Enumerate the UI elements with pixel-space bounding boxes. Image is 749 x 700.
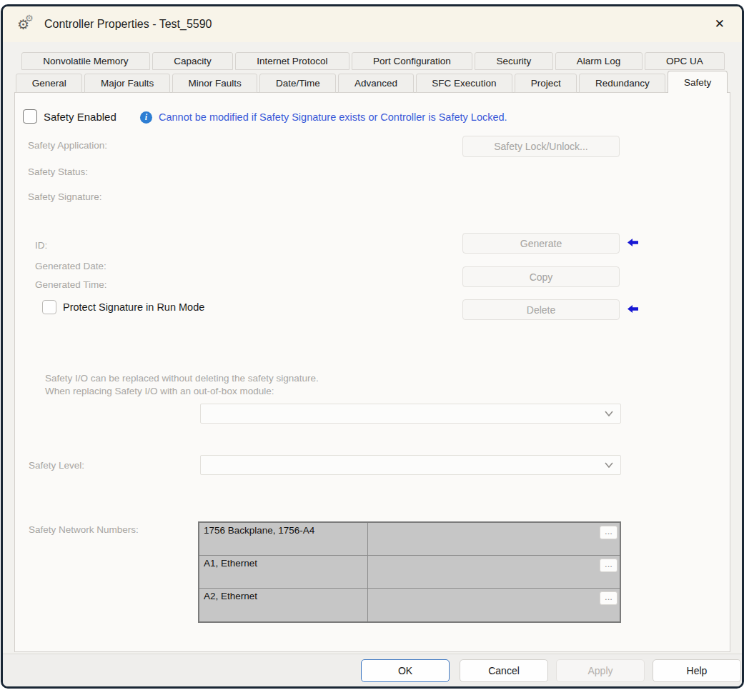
table-row: A2, Ethernet ... — [199, 589, 620, 621]
title-bar: ⚙ ⚙ Controller Properties - Test_5590 ✕ — [3, 6, 742, 42]
delete-button[interactable]: Delete — [462, 299, 620, 320]
safety-enabled-info-text: Cannot be modified if Safety Signature e… — [159, 111, 507, 123]
safety-status-label: Safety Status: — [28, 166, 88, 177]
generate-button[interactable]: Generate — [462, 233, 620, 254]
apply-button[interactable]: Apply — [556, 659, 645, 682]
safety-level-dropdown[interactable] — [200, 455, 621, 475]
generated-date-label: Generated Date: — [35, 261, 106, 271]
table-row: A1, Ethernet ... — [199, 556, 620, 589]
snn-browse-button[interactable]: ... — [600, 591, 617, 605]
controller-gears-icon: ⚙ ⚙ — [17, 15, 36, 34]
generate-arrow-icon — [628, 239, 639, 246]
io-replace-line1: Safety I/O can be replaced without delet… — [45, 373, 319, 384]
tab-redundancy[interactable]: Redundancy — [579, 74, 665, 93]
tab-advanced[interactable]: Advanced — [338, 74, 413, 93]
controller-properties-dialog: ⚙ ⚙ Controller Properties - Test_5590 ✕ … — [1, 4, 744, 689]
cancel-button[interactable]: Cancel — [460, 659, 548, 682]
tab-project[interactable]: Project — [515, 74, 577, 93]
snn-row-name: A2, Ethernet — [199, 589, 368, 621]
safety-level-label: Safety Level: — [29, 460, 84, 471]
help-button[interactable]: Help — [653, 659, 741, 682]
tab-nonvolatile-memory[interactable]: Nonvolatile Memory — [21, 52, 150, 70]
tab-row-2: General Major Faults Minor Faults Date/T… — [16, 71, 728, 93]
safety-network-numbers-label: Safety Network Numbers: — [29, 524, 139, 535]
signature-id-label: ID: — [35, 240, 47, 251]
chevron-down-icon — [605, 462, 613, 468]
window-title: Controller Properties - Test_5590 — [44, 18, 212, 31]
protect-signature-label: Protect Signature in Run Mode — [63, 301, 204, 313]
safety-network-numbers-table: 1756 Backplane, 1756-A4 ... A1, Ethernet… — [198, 521, 621, 623]
safety-lock-unlock-button[interactable]: Safety Lock/Unlock... — [462, 136, 620, 157]
safety-signature-label: Safety Signature: — [28, 191, 102, 202]
tab-row-1: Nonvolatile Memory Capacity Internet Pro… — [21, 52, 725, 70]
delete-arrow-icon — [628, 305, 639, 313]
snn-browse-button[interactable]: ... — [600, 526, 617, 539]
tab-alarm-log[interactable]: Alarm Log — [555, 52, 643, 70]
io-replace-dropdown[interactable] — [200, 404, 621, 424]
tab-security[interactable]: Security — [475, 52, 552, 70]
table-row: 1756 Backplane, 1756-A4 ... — [199, 523, 620, 556]
generated-time-label: Generated Time: — [35, 279, 107, 290]
copy-button[interactable]: Copy — [462, 266, 620, 287]
tab-opc-ua[interactable]: OPC UA — [645, 52, 725, 70]
safety-tab-panel: Safety Enabled i Cannot be modified if S… — [14, 92, 730, 652]
tab-minor-faults[interactable]: Minor Faults — [172, 74, 258, 93]
tab-port-configuration[interactable]: Port Configuration — [352, 52, 472, 70]
screen: ⚙ ⚙ Controller Properties - Test_5590 ✕ … — [0, 0, 749, 700]
safety-enabled-label: Safety Enabled — [44, 111, 116, 123]
tab-sfc-execution[interactable]: SFC Execution — [416, 74, 512, 93]
snn-row-name: A1, Ethernet — [199, 556, 368, 588]
io-replace-line2: When replacing Safety I/O with an out-of… — [45, 386, 274, 396]
safety-application-label: Safety Application: — [28, 140, 107, 151]
tab-capacity[interactable]: Capacity — [152, 52, 233, 70]
dialog-footer: OK Cancel Apply Help — [3, 654, 742, 686]
tab-internet-protocol[interactable]: Internet Protocol — [235, 52, 349, 70]
protect-signature-checkbox[interactable] — [42, 300, 56, 314]
safety-enabled-checkbox[interactable] — [23, 109, 37, 124]
info-icon: i — [140, 111, 152, 124]
tab-safety[interactable]: Safety — [668, 71, 728, 93]
close-icon[interactable]: ✕ — [712, 16, 728, 33]
snn-row-name: 1756 Backplane, 1756-A4 — [199, 523, 368, 555]
tab-date-time[interactable]: Date/Time — [259, 74, 336, 93]
tab-general[interactable]: General — [16, 74, 82, 93]
snn-browse-button[interactable]: ... — [600, 559, 617, 572]
tab-major-faults[interactable]: Major Faults — [84, 74, 170, 93]
chevron-down-icon — [605, 411, 613, 416]
ok-button[interactable]: OK — [361, 659, 450, 682]
